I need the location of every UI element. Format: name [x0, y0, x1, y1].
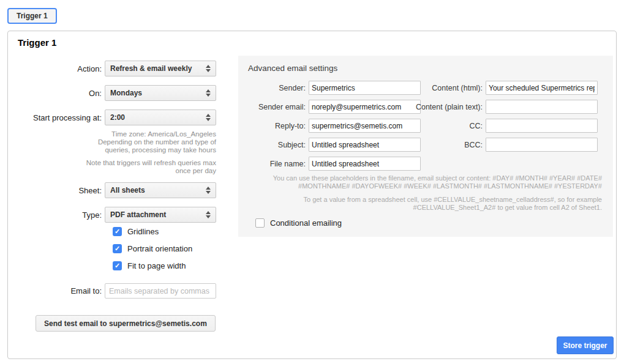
fit-to-page-width-label: Fit to page width	[127, 261, 186, 270]
page-title: Trigger 1	[18, 37, 56, 48]
reply-to-label: Reply-to:	[238, 122, 306, 130]
updown-arrows-icon	[206, 187, 211, 194]
advanced-email-settings-panel: Advanced email settings Sender: Sender e…	[238, 56, 613, 237]
content-plain-row: Content (plain text):	[415, 100, 598, 114]
type-row: Type: PDF attachment	[13, 207, 216, 223]
email-to-label: Email to:	[13, 286, 102, 295]
action-select-value: Refresh & email weekly	[110, 64, 206, 73]
start-time-label: Start processing at:	[13, 113, 102, 122]
conditional-emailing-label: Conditional emailing	[270, 218, 342, 228]
action-select[interactable]: Refresh & email weekly	[105, 61, 216, 76]
email-to-input[interactable]	[105, 283, 216, 299]
cc-row: CC:	[415, 119, 598, 133]
cc-input[interactable]	[486, 119, 598, 133]
sheet-select[interactable]: All sheets	[105, 182, 216, 198]
sheet-select-value: All sheets	[110, 186, 206, 195]
on-row: On: Mondays	[13, 85, 216, 101]
on-select-value: Mondays	[110, 89, 206, 97]
tab-trigger-1[interactable]: Trigger 1	[7, 8, 57, 24]
subject-input[interactable]	[309, 138, 421, 152]
start-time-select[interactable]: 2:00	[105, 110, 216, 125]
content-html-row: Content (html):	[415, 81, 598, 95]
content-html-label: Content (html):	[415, 84, 483, 92]
content-plain-input[interactable]	[486, 100, 598, 114]
gridlines-checkbox-row: Gridlines	[113, 227, 159, 236]
sender-row: Sender:	[238, 81, 421, 95]
conditional-emailing-checkbox[interactable]	[255, 218, 265, 228]
start-time-row: Start processing at: 2:00	[13, 110, 216, 125]
gridlines-label: Gridlines	[127, 227, 159, 236]
subject-row: Subject:	[238, 138, 421, 152]
start-time-select-value: 2:00	[110, 113, 206, 122]
bcc-label: BCC:	[415, 141, 483, 149]
action-label: Action:	[13, 64, 102, 73]
gridlines-checkbox[interactable]	[113, 227, 122, 236]
reply-to-input[interactable]	[309, 119, 421, 133]
file-name-row: File name:	[238, 157, 421, 171]
conditional-emailing-row: Conditional emailing	[255, 218, 342, 228]
type-label: Type:	[13, 210, 102, 220]
sender-email-input[interactable]	[309, 100, 421, 114]
bcc-input[interactable]	[486, 138, 598, 152]
portrait-orientation-label: Portrait orientation	[127, 244, 192, 253]
sheet-row: Sheet: All sheets	[13, 182, 216, 198]
type-select[interactable]: PDF attachment	[105, 207, 216, 223]
portrait-checkbox-row: Portrait orientation	[113, 244, 192, 253]
updown-arrows-icon	[206, 211, 211, 218]
sender-email-row: Sender email:	[238, 100, 421, 114]
cellvalue-note: To get a value from a spreadsheet cell, …	[250, 196, 602, 212]
email-to-row: Email to:	[13, 283, 216, 299]
file-name-label: File name:	[238, 160, 306, 168]
subject-label: Subject:	[238, 141, 306, 149]
placeholders-note: You can use these placeholders in the fi…	[250, 174, 602, 190]
timezone-note: Time zone: America/Los_Angeles	[75, 130, 216, 138]
bcc-row: BCC:	[415, 138, 598, 152]
content-plain-label: Content (plain text):	[415, 103, 483, 111]
on-label: On:	[13, 89, 102, 98]
type-select-value: PDF attachment	[110, 210, 206, 219]
updown-arrows-icon	[206, 65, 211, 72]
file-name-input[interactable]	[309, 157, 421, 171]
store-trigger-button[interactable]: Store trigger	[557, 336, 614, 354]
advanced-settings-title: Advanced email settings	[248, 64, 337, 73]
sender-input[interactable]	[309, 81, 421, 95]
reply-to-row: Reply-to:	[238, 119, 421, 133]
sheet-label: Sheet:	[13, 186, 102, 195]
updown-arrows-icon	[206, 114, 211, 121]
fit-to-page-width-checkbox[interactable]	[113, 261, 122, 270]
on-select[interactable]: Mondays	[105, 85, 216, 101]
content-html-input[interactable]	[486, 81, 598, 95]
action-row: Action: Refresh & email weekly	[13, 61, 216, 76]
timezone-hint: Time zone: America/Los_Angeles Depending…	[75, 130, 216, 154]
trigger-panel: Trigger 1 Action: Refresh & email weekly…	[7, 31, 617, 359]
cc-label: CC:	[415, 122, 483, 130]
processing-note: Depending on the number and type of quer…	[75, 138, 216, 154]
portrait-orientation-checkbox[interactable]	[113, 244, 122, 253]
fit-width-checkbox-row: Fit to page width	[113, 261, 186, 270]
sender-email-label: Sender email:	[238, 103, 306, 111]
sender-label: Sender:	[238, 84, 306, 92]
updown-arrows-icon	[206, 89, 211, 97]
placeholders-help: You can use these placeholders in the fi…	[250, 174, 602, 212]
refresh-hint: Note that triggers will refresh queries …	[75, 159, 216, 175]
send-test-email-button[interactable]: Send test email to supermetrics@semetis.…	[36, 315, 216, 332]
refresh-note: Note that triggers will refresh queries …	[75, 159, 216, 175]
